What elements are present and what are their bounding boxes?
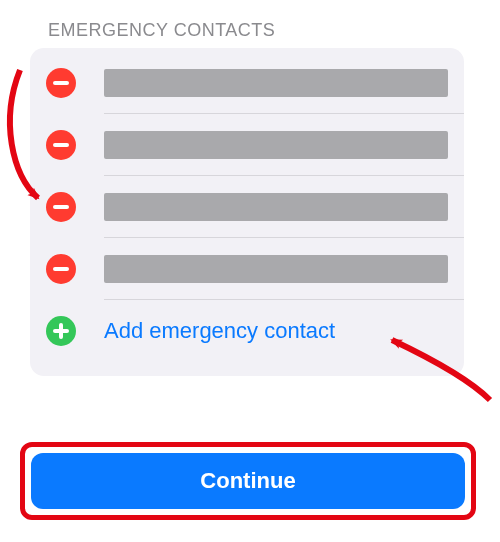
add-contact-link[interactable]: Add emergency contact	[104, 318, 335, 344]
contact-name-redacted	[104, 255, 448, 283]
add-icon[interactable]	[46, 316, 76, 346]
contact-name-redacted	[104, 131, 448, 159]
delete-icon[interactable]	[46, 130, 76, 160]
emergency-contacts-card: Add emergency contact	[30, 48, 464, 376]
contact-row[interactable]	[30, 114, 464, 176]
add-contact-row[interactable]: Add emergency contact	[30, 300, 464, 362]
section-header: EMERGENCY CONTACTS	[48, 20, 275, 41]
annotation-highlight-box: Continue	[20, 442, 476, 520]
delete-icon[interactable]	[46, 68, 76, 98]
contact-row[interactable]	[30, 238, 464, 300]
continue-button[interactable]: Continue	[31, 453, 465, 509]
delete-icon[interactable]	[46, 254, 76, 284]
contact-name-redacted	[104, 69, 448, 97]
contact-row[interactable]	[30, 176, 464, 238]
contact-name-redacted	[104, 193, 448, 221]
delete-icon[interactable]	[46, 192, 76, 222]
contact-row[interactable]	[30, 52, 464, 114]
